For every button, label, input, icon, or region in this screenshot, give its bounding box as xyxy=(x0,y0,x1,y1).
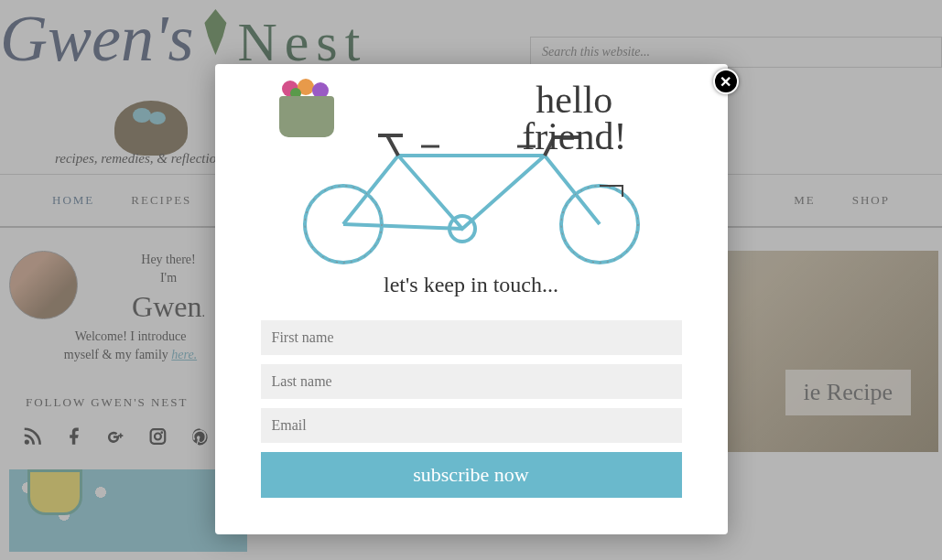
first-name-input[interactable] xyxy=(261,320,682,355)
subscribe-modal: ✕ hello friend! xyxy=(215,64,728,534)
modal-hero: hello friend! xyxy=(261,82,682,265)
last-name-input[interactable] xyxy=(261,364,682,399)
subscribe-button[interactable]: subscribe now xyxy=(261,452,682,498)
close-button[interactable]: ✕ xyxy=(713,69,739,94)
close-icon: ✕ xyxy=(720,73,731,91)
page-wrapper: Gwen's Nest recipes, remedies, & reflect… xyxy=(0,0,942,560)
email-input[interactable] xyxy=(261,408,682,443)
hello-line2: friend! xyxy=(522,119,626,156)
keep-in-touch-text: let's keep in touch... xyxy=(261,273,682,297)
basket-icon xyxy=(279,96,334,137)
modal-overlay[interactable]: ✕ hello friend! xyxy=(0,0,942,560)
hello-line1: hello xyxy=(522,82,626,119)
